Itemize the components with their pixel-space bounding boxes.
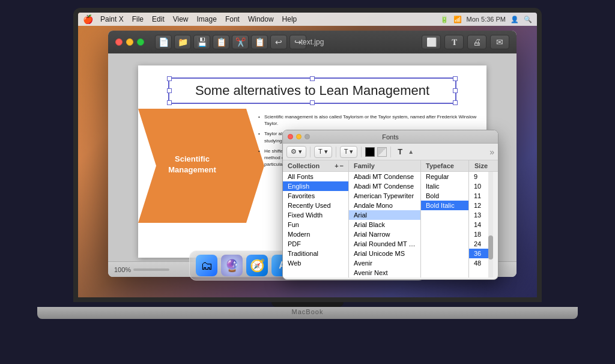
menubar-file[interactable]: File [132, 15, 144, 23]
print-button[interactable]: 🖨 [467, 35, 486, 49]
menubar-image[interactable]: Image [197, 15, 217, 23]
menubar-view[interactable]: View [173, 15, 189, 23]
fonts-more-button[interactable]: » [489, 147, 494, 157]
toolbar-separator-4 [390, 147, 391, 157]
handle-top-left[interactable] [167, 76, 172, 81]
menubar-app-name[interactable]: Paint X [100, 15, 124, 23]
toolbar-separator-1 [310, 147, 311, 157]
collections-list[interactable]: All Fonts English Favorites Recently Use… [283, 172, 349, 278]
document-title: Some alternatives to Lean Management [195, 83, 429, 99]
close-button[interactable] [115, 38, 123, 46]
fonts-style-button[interactable]: T ▾ [340, 146, 358, 158]
search-icon[interactable]: 🔍 [524, 16, 532, 23]
family-arial-rounded[interactable]: Arial Rounded MT Bo [349, 239, 420, 249]
family-abadi-condensed-2[interactable]: Abadi MT Condense [349, 181, 420, 191]
family-abadi-condensed-1[interactable]: Abadi MT Condense [349, 172, 420, 181]
handle-middle-left[interactable] [167, 88, 172, 93]
undo-button[interactable]: ↩ [270, 35, 287, 49]
menubar-edit[interactable]: Edit [152, 15, 165, 23]
new-file-button[interactable]: 📄 [155, 35, 172, 49]
fonts-size-button[interactable]: T ▾ [314, 146, 332, 158]
fonts-body: All Fonts English Favorites Recently Use… [283, 172, 498, 278]
collection-header: Collection + − [283, 160, 349, 171]
menubar-items: Paint X File Edit View Image Font Window… [100, 15, 440, 23]
fonts-size-up[interactable]: ▲ [408, 148, 414, 155]
cut-button[interactable]: ✂️ [232, 35, 249, 49]
collection-english[interactable]: English [283, 181, 348, 191]
families-list[interactable]: Abadi MT Condense Abadi MT Condense Amer… [349, 172, 421, 278]
fonts-close-button[interactable] [288, 134, 293, 139]
fonts-color-swatch[interactable] [365, 147, 375, 157]
save-button[interactable]: 💾 [193, 35, 210, 49]
collection-add-icon[interactable]: + [335, 162, 338, 169]
share-button[interactable]: ✉ [490, 35, 509, 49]
macbook-notch [271, 302, 344, 307]
menubar-window[interactable]: Window [248, 15, 274, 23]
clipboard-button[interactable]: 📋 [213, 35, 229, 49]
collection-web[interactable]: Web [283, 258, 348, 268]
collection-traditional[interactable]: Traditional [283, 249, 348, 258]
family-avenir[interactable]: Avenir [349, 258, 420, 268]
collection-remove-icon[interactable]: − [340, 162, 344, 169]
collection-modern[interactable]: Modern [283, 229, 348, 239]
typeface-bold[interactable]: Bold [421, 191, 468, 201]
traffic-lights [115, 38, 144, 46]
view-toggle-button[interactable]: ⬜ [422, 35, 441, 49]
family-arial-unicode[interactable]: Arial Unicode MS [349, 249, 420, 258]
fonts-shadow-swatch[interactable] [377, 147, 387, 157]
titlebar: 📄 📁 💾 📋 ✂️ 📋 ↩ ↪ text.jpg ⬜ 𝐓 🖨 [108, 31, 517, 53]
maximize-button[interactable] [137, 38, 144, 46]
fonts-settings-button[interactable]: ⚙ ▾ [286, 146, 306, 158]
fonts-panel: Fonts ⚙ ▾ T ▾ T ▾ T ▲ » [282, 130, 498, 280]
sizes-scrollbar-thumb[interactable] [488, 235, 493, 259]
family-avenir-next[interactable]: Avenir Next [349, 268, 420, 278]
menubar-right: 🔋 📶 Mon 5:36 PM 👤 🔍 [440, 16, 532, 23]
collection-pdf[interactable]: PDF [283, 239, 348, 249]
zoom-control[interactable]: 100% [114, 266, 169, 273]
apple-menu-icon[interactable]: 🍎 [83, 14, 93, 24]
clock: Mon 5:36 PM [467, 16, 506, 23]
collection-fun[interactable]: Fun [283, 220, 348, 229]
toolbar-separator-3 [361, 147, 362, 157]
dock-item-finder[interactable]: 🗂 [196, 255, 217, 276]
minimize-button[interactable] [126, 38, 133, 46]
family-arial-black[interactable]: Arial Black [349, 220, 420, 229]
family-arial-narrow[interactable]: Arial Narrow [349, 229, 420, 239]
family-arial[interactable]: Arial [349, 210, 420, 220]
collection-fixed-width[interactable]: Fixed Width [283, 210, 348, 220]
handle-top-right[interactable] [453, 76, 458, 81]
family-american-typewriter[interactable]: American Typewriter [349, 191, 420, 201]
title-textbox[interactable]: Some alternatives to Lean Management [168, 77, 456, 104]
desktop: 🍎 Paint X File Edit View Image Font Wind… [78, 13, 537, 297]
menubar-help[interactable]: Help [282, 15, 297, 23]
sizes-list[interactable]: 9 10 11 12 13 14 18 24 36 48 [469, 172, 493, 278]
family-header: Family [349, 160, 421, 171]
fonts-text-button[interactable]: T [395, 147, 405, 156]
zoom-slider[interactable] [133, 268, 169, 271]
fonts-zoom-button[interactable] [304, 134, 310, 139]
copy-button[interactable]: 📋 [251, 35, 268, 49]
dock-item-safari[interactable]: 🧭 [246, 255, 268, 276]
window-title: text.jpg [301, 38, 324, 46]
typeface-regular[interactable]: Regular [421, 172, 468, 181]
family-andale-mono[interactable]: Andale Mono [349, 201, 420, 210]
sizes-scrollbar[interactable] [488, 172, 493, 278]
handle-bottom-middle[interactable] [310, 100, 315, 105]
open-file-button[interactable]: 📁 [174, 35, 191, 49]
arrow-shape: Scientific Management [138, 109, 264, 223]
collection-favorites[interactable]: Favorites [283, 191, 348, 201]
text-tool-button[interactable]: 𝐓 [444, 35, 464, 49]
handle-top-middle[interactable] [310, 76, 315, 81]
handle-middle-right[interactable] [453, 88, 458, 93]
typeface-bold-italic[interactable]: Bold Italic [421, 201, 468, 210]
handle-bottom-left[interactable] [167, 100, 172, 105]
dock-item-siri[interactable]: 🔮 [221, 255, 243, 276]
fonts-minimize-button[interactable] [296, 134, 301, 139]
typefaces-list[interactable]: Regular Italic Bold Bold Italic [421, 172, 469, 278]
handle-bottom-right[interactable] [453, 100, 458, 105]
typeface-italic[interactable]: Italic [421, 181, 468, 191]
wifi-icon: 📶 [453, 16, 462, 23]
collection-recently-used[interactable]: Recently Used [283, 201, 348, 210]
menubar-font[interactable]: Font [225, 15, 240, 23]
collection-all-fonts[interactable]: All Fonts [283, 172, 348, 181]
